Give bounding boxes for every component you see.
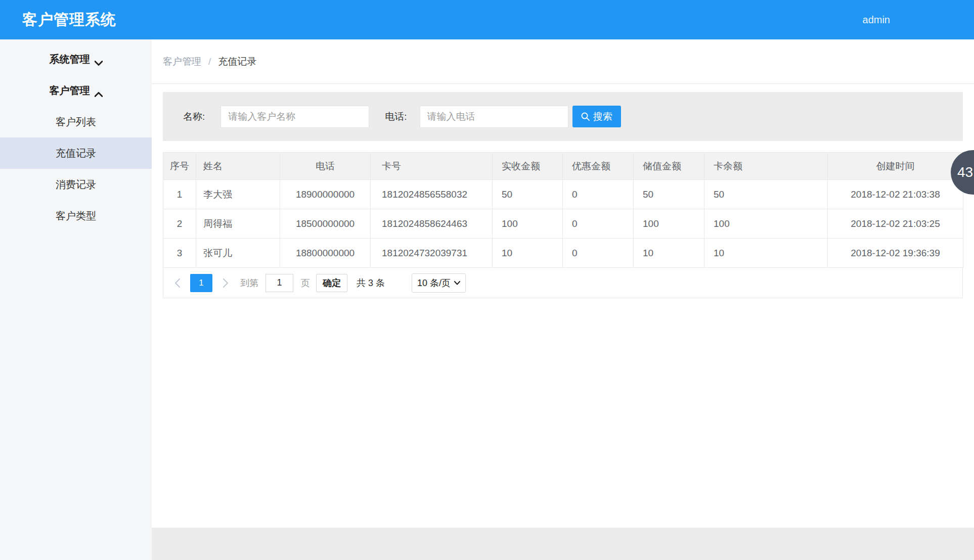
page-unit-label: 页 (301, 277, 310, 289)
phone-label: 电话: (385, 110, 407, 123)
sidebar-item-recharge-records[interactable]: 充值记录 (0, 137, 152, 169)
app-header: 客户管理系统 admin (0, 0, 974, 39)
table-cell: 18500000000 (280, 209, 371, 239)
table-cell: 李大强 (196, 180, 280, 209)
table-cell: 1812024858624463 (371, 209, 493, 239)
table-cell: 1 (163, 180, 196, 209)
goto-page-input[interactable] (265, 274, 293, 292)
table-cell: 10 (634, 239, 704, 268)
column-header: 优惠金额 (563, 153, 634, 180)
table-cell: 50 (493, 180, 563, 209)
table-cell: 0 (563, 239, 634, 268)
customer-name-input[interactable] (220, 106, 369, 128)
table-cell: 2018-12-02 19:36:39 (828, 239, 963, 268)
table-row: 3张可儿188000000001812024732039731100101020… (163, 239, 963, 268)
user-menu[interactable]: admin (863, 14, 890, 26)
table-cell: 100 (634, 209, 704, 239)
table-row: 1李大强189000000001812024856558032500505020… (163, 180, 963, 209)
pagination-bar: 1 到第 页 确定 共 3 条 10 条/页 (163, 268, 963, 298)
sidebar-item-customer-types[interactable]: 客户类型 (0, 200, 152, 231)
table-cell: 0 (563, 180, 634, 209)
table-cell: 50 (634, 180, 704, 209)
column-header: 序号 (163, 153, 196, 180)
table-cell: 周得福 (196, 209, 280, 239)
table-cell: 1812024732039731 (371, 239, 493, 268)
main-content: 客户管理 / 充值记录 名称: 电话: 搜索 序号姓名电话卡号实收金额优惠金额储… (152, 39, 974, 560)
total-count-label: 共 3 条 (357, 277, 385, 289)
breadcrumb-current: 充值记录 (218, 55, 256, 68)
table-cell: 2018-12-02 21:03:38 (828, 180, 963, 209)
column-header: 卡号 (371, 153, 493, 180)
sidebar-group-customer[interactable]: 客户管理 (0, 75, 152, 106)
sidebar: 系统管理 客户管理 客户列表 充值记录 消费记录 客户类型 (0, 39, 152, 560)
page-number-button[interactable]: 1 (190, 274, 212, 292)
name-label: 名称: (183, 110, 205, 123)
breadcrumb-separator: / (208, 56, 211, 67)
records-table: 序号姓名电话卡号实收金额优惠金额储值金额卡余额创建时间 1李大强18900000… (163, 152, 963, 268)
column-header: 创建时间 (828, 153, 963, 180)
goto-page-label: 到第 (240, 277, 258, 289)
chevron-down-icon (454, 281, 460, 285)
breadcrumb: 客户管理 / 充值记录 (152, 39, 974, 84)
page-size-select[interactable]: 10 条/页 (412, 273, 466, 293)
table-cell: 2 (163, 209, 196, 239)
records-table-container: 序号姓名电话卡号实收金额优惠金额储值金额卡余额创建时间 1李大强18900000… (163, 152, 963, 298)
table-cell: 2018-12-02 21:03:25 (828, 209, 963, 239)
prev-page-icon[interactable] (175, 278, 182, 288)
next-page-icon[interactable] (223, 278, 230, 288)
footer-bar (152, 528, 974, 560)
table-cell: 50 (704, 180, 828, 209)
table-cell: 100 (493, 209, 563, 239)
sidebar-item-consumption-records[interactable]: 消费记录 (0, 169, 152, 200)
goto-confirm-button[interactable]: 确定 (316, 274, 347, 292)
chevron-up-icon (95, 88, 103, 93)
table-cell: 18900000000 (280, 180, 371, 209)
sidebar-group-system[interactable]: 系统管理 (0, 43, 152, 75)
table-header-row: 序号姓名电话卡号实收金额优惠金额储值金额卡余额创建时间 (163, 153, 963, 180)
table-cell: 100 (704, 209, 828, 239)
table-cell: 10 (493, 239, 563, 268)
chevron-down-icon (95, 57, 103, 62)
column-header: 实收金额 (493, 153, 563, 180)
column-header: 电话 (280, 153, 371, 180)
table-row: 2周得福185000000001812024858624463100010010… (163, 209, 963, 239)
search-icon (581, 112, 590, 121)
sidebar-item-customer-list[interactable]: 客户列表 (0, 106, 152, 137)
table-cell: 10 (704, 239, 828, 268)
app-title: 客户管理系统 (22, 10, 116, 30)
column-header: 卡余额 (704, 153, 828, 180)
search-button[interactable]: 搜索 (572, 106, 621, 127)
table-cell: 1812024856558032 (371, 180, 493, 209)
column-header: 储值金额 (634, 153, 704, 180)
table-cell: 张可儿 (196, 239, 280, 268)
breadcrumb-parent[interactable]: 客户管理 (163, 55, 201, 68)
search-panel: 名称: 电话: 搜索 (163, 92, 963, 141)
table-cell: 18800000000 (280, 239, 371, 268)
column-header: 姓名 (196, 153, 280, 180)
phone-input[interactable] (420, 106, 568, 128)
table-cell: 3 (163, 239, 196, 268)
table-cell: 0 (563, 209, 634, 239)
